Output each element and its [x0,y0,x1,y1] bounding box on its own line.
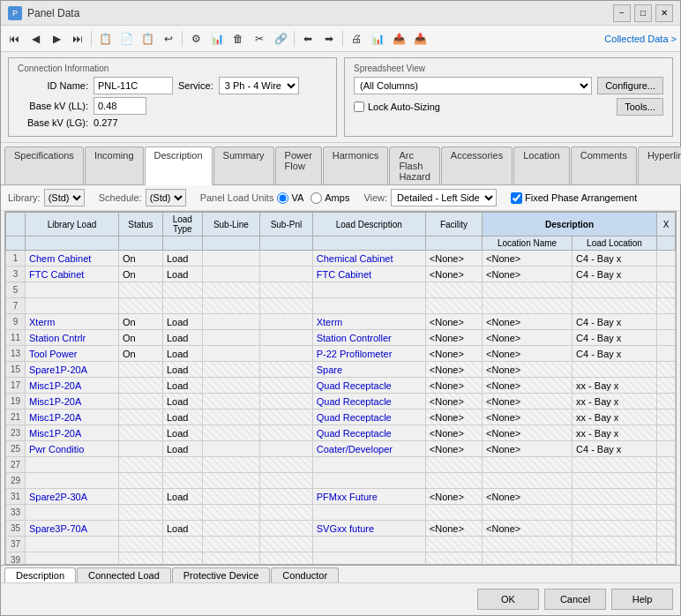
tab-hyperlinks[interactable]: Hyperlinks [638,146,681,184]
toolbar-new-btn[interactable]: 📄 [116,29,136,49]
library-select[interactable]: (Std) [44,189,85,207]
toolbar-delete-btn[interactable]: 🗑 [228,29,248,49]
table-row[interactable]: 35Spare3P-70ALoadSVGxx future<None><None… [6,521,676,537]
table-row[interactable]: 21Misc1P-20ALoadQuad Receptacle<None><No… [6,409,676,425]
id-input[interactable] [94,77,173,94]
toolbar-link-btn[interactable]: 🔗 [271,29,290,49]
table-row[interactable]: 9XtermOnLoadXterm<None><None>C4 - Bay x [6,314,676,330]
table-row[interactable]: 29 [6,473,676,489]
cell-loaddesc[interactable]: Quad Receptacle [312,425,425,441]
cell-library[interactable]: Spare3P-70A [26,521,119,537]
cell-library[interactable]: Misc1P-20A [26,425,119,441]
cell-loaddesc[interactable]: PFMxx Future [312,489,425,505]
cell-library[interactable]: Xterm [26,314,119,330]
cancel-button[interactable]: Cancel [544,589,606,610]
minimize-button[interactable]: − [613,4,631,22]
cell-loaddesc[interactable]: Quad Receptacle [312,409,425,425]
table-row[interactable]: 25Pwr ConditioLoadCoater/Developer<None>… [6,441,676,457]
toolbar-next-btn[interactable]: ▶ [47,29,66,49]
cell-library[interactable]: FTC Cabinet [26,267,119,282]
toolbar-prev-btn[interactable]: ◀ [26,29,45,49]
table-row[interactable]: 37 [6,537,676,552]
table-row[interactable]: 19Misc1P-20ALoadQuad Receptacle<None><No… [6,394,676,409]
toolbar-back-btn[interactable]: ⬅ [298,29,318,49]
tab-incoming[interactable]: Incoming [85,146,144,184]
maximize-button[interactable]: □ [634,4,652,22]
help-button[interactable]: Help [611,589,673,610]
cell-loaddesc[interactable]: Spare [312,362,425,378]
tab-comments[interactable]: Comments [571,146,637,184]
table-row[interactable]: 15Spare1P-20ALoadSpare<None><None> [6,362,676,378]
radio-amps[interactable]: Amps [311,192,349,204]
bottom-tab-conductor[interactable]: Conductor [271,567,339,582]
view-select[interactable]: Detailed - Left Side [391,189,497,207]
cell-library[interactable]: Misc1P-20A [26,409,119,425]
lock-checkbox[interactable] [354,101,364,112]
table-row[interactable]: 13Tool PowerOnLoadP-22 Profilometer<None… [6,346,676,362]
radio-va[interactable]: VA [277,192,303,204]
tools-button[interactable]: Tools... [617,98,663,116]
cell-library[interactable]: Station Cntrlr [26,330,119,346]
cell-library[interactable]: Misc1P-20A [26,378,119,394]
table-row[interactable]: 23Misc1P-20ALoadQuad Receptacle<None><No… [6,425,676,441]
toolbar-last-btn[interactable]: ⏭ [68,29,87,49]
spreadsheet-select[interactable]: (All Columns) [354,77,592,94]
collected-data-link[interactable]: Collected Data > [604,34,677,44]
table-row[interactable]: 11Station CntrlrOnLoadStation Controller… [6,330,676,346]
configure-button[interactable]: Configure... [597,77,663,94]
tab-description[interactable]: Description [145,146,213,185]
cell-loaddesc[interactable]: P-22 Profilometer [312,346,425,362]
table-row[interactable]: 3FTC CabinetOnLoadFTC Cabinet<None><None… [6,267,676,282]
table-row[interactable]: 5 [6,282,676,298]
bottom-tab-protective-device[interactable]: Protective Device [172,567,271,582]
cell-loaddesc[interactable]: Chemical Cabinet [312,251,425,267]
base-kv-ll-input[interactable] [94,97,146,115]
fixed-phase-checkbox[interactable] [511,192,522,204]
cell-loaddesc[interactable]: Quad Receptacle [312,394,425,409]
cell-loaddesc[interactable]: Station Controller [312,330,425,346]
toolbar-settings-btn[interactable]: ⚙ [186,29,206,49]
close-button[interactable]: ✕ [655,4,673,22]
table-row[interactable]: 17Misc1P-20ALoadQuad Receptacle<None><No… [6,378,676,394]
bottom-tab-description[interactable]: Description [4,567,76,582]
cell-loaddesc[interactable]: Quad Receptacle [312,378,425,394]
toolbar-import-btn[interactable]: 📥 [410,29,430,49]
cell-library[interactable]: Spare2P-30A [26,489,119,505]
tab-specifications[interactable]: Specifications [4,146,84,184]
toolbar-copy-btn[interactable]: 📋 [95,29,115,49]
bottom-tab-connected-load[interactable]: Connected Load [77,567,171,582]
table-wrapper[interactable]: Library Load Status LoadType Sub-Line Su… [4,211,677,565]
tab-harmonics[interactable]: Harmonics [323,146,389,184]
tab-accessories[interactable]: Accessories [441,146,513,184]
cell-library[interactable]: Pwr Conditio [26,441,119,457]
ok-button[interactable]: OK [477,589,539,610]
toolbar-chart-btn[interactable]: 📊 [207,29,227,49]
table-row[interactable]: 39 [6,552,676,566]
toolbar-paste-btn[interactable]: 📋 [138,29,157,49]
service-select[interactable]: 3 Ph - 4 Wire [219,77,299,94]
schedule-select[interactable]: (Std) [146,189,186,207]
cell-loaddesc[interactable]: Xterm [312,314,425,330]
toolbar-export-btn[interactable]: 📤 [389,29,408,49]
tab-location[interactable]: Location [513,146,570,184]
toolbar-fwd-btn[interactable]: ➡ [319,29,339,49]
toolbar-cut-btn[interactable]: ✂ [250,29,269,49]
tab-power-flow[interactable]: Power Flow [275,146,322,184]
tab-summary[interactable]: Summary [213,146,274,184]
cell-library[interactable]: Chem Cabinet [26,251,119,267]
cell-loaddesc[interactable]: FTC Cabinet [312,267,425,282]
table-row[interactable]: 7 [6,298,676,314]
toolbar-first-btn[interactable]: ⏮ [4,29,24,49]
cell-loaddesc[interactable]: Coater/Developer [312,441,425,457]
tab-arc-flash[interactable]: Arc Flash Hazard [389,146,439,184]
cell-library[interactable]: Misc1P-20A [26,394,119,409]
cell-library[interactable]: Spare1P-20A [26,362,119,378]
table-row[interactable]: 31Spare2P-30ALoadPFMxx Future<None><None… [6,489,676,505]
toolbar-undo-btn[interactable]: ↩ [159,29,178,49]
cell-library[interactable]: Tool Power [26,346,119,362]
toolbar-print-btn[interactable]: 🖨 [347,29,366,49]
cell-loaddesc[interactable]: SVGxx future [312,521,425,537]
table-row[interactable]: 1Chem CabinetOnLoadChemical Cabinet<None… [6,251,676,267]
table-row[interactable]: 33 [6,505,676,521]
table-row[interactable]: 27 [6,457,676,473]
